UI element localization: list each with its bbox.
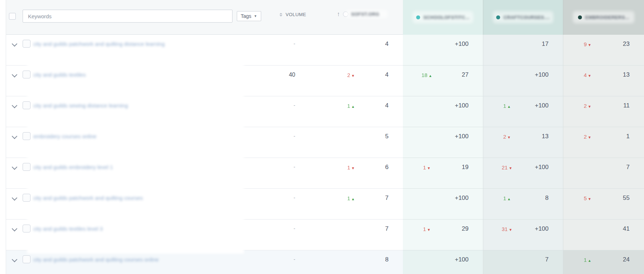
expand-row-button[interactable] — [9, 66, 20, 96]
keyword-row: embroidery courses online - 5 +100 2▼ 13… — [6, 127, 644, 158]
keyword-cell: city and guilds textiles 40 2▼ 4 — [6, 66, 403, 96]
change-value: 1 — [423, 164, 426, 170]
row-checkbox[interactable] — [23, 255, 30, 263]
competitor-position: +100 — [451, 35, 483, 65]
change-value: 1 — [347, 164, 350, 170]
competitor-position: 41 — [612, 220, 644, 250]
expand-row-button[interactable] — [9, 127, 20, 158]
expand-row-button[interactable] — [9, 250, 20, 274]
select-all-checkbox[interactable] — [9, 13, 16, 20]
change-triangle-icon: ▼ — [509, 166, 512, 170]
chevron-down-icon — [11, 195, 17, 201]
competitor-column-header-3[interactable]: EMBROIDERERS... — [563, 0, 644, 35]
row-checkbox-wrap — [20, 220, 33, 250]
expand-row-button[interactable] — [9, 158, 20, 188]
change-value: 4 — [584, 72, 587, 78]
expand-row-button[interactable] — [9, 96, 20, 127]
row-checkbox[interactable] — [23, 71, 30, 78]
competitor-cell-2: 2▼ 13 — [483, 127, 563, 158]
main-change — [295, 35, 360, 65]
main-change: 1▲ — [295, 189, 360, 219]
competitor-cell-1: +100 — [403, 35, 483, 66]
competitor-change: 18▲ — [403, 66, 451, 96]
keyword-link[interactable]: city and guilds textiles — [33, 66, 245, 96]
competitor-change: 31▼ — [483, 220, 531, 250]
competitor-position: +100 — [451, 250, 483, 274]
volume-value: 40 — [245, 66, 295, 96]
keyword-table-body: city and guilds patchwork and quilting d… — [6, 35, 644, 274]
row-checkbox[interactable] — [23, 163, 30, 171]
volume-value: - — [245, 158, 295, 188]
keyword-link[interactable]: embroidery courses online — [33, 127, 245, 158]
change-triangle-icon: ▲ — [351, 197, 355, 201]
row-checkbox-wrap — [20, 250, 33, 274]
competitor-column-header-2[interactable]: CRAFTCOURSES.... — [483, 0, 563, 35]
chevron-down-icon — [11, 257, 17, 263]
row-checkbox[interactable] — [23, 225, 30, 232]
competitor-change: 2▼ — [563, 96, 612, 127]
expand-row-button[interactable] — [9, 35, 20, 65]
main-position: 7 — [360, 189, 403, 219]
keyword-link[interactable]: city and guilds sewing distance learning — [33, 96, 245, 127]
competitor-position: +100 — [451, 96, 483, 127]
tags-filter-label: Tags — [241, 13, 252, 19]
main-domain-column-header[interactable]: ↑ SOFST.ORG — [337, 11, 379, 17]
main-change — [295, 220, 360, 250]
keyword-row: city and guilds patchwork and quilting d… — [6, 35, 644, 66]
tags-filter-button[interactable]: Tags ▼ — [237, 11, 261, 21]
row-checkbox[interactable] — [23, 132, 30, 140]
keyword-cell: city and guilds patchwork and quilting c… — [6, 189, 403, 220]
row-checkbox[interactable] — [23, 194, 30, 202]
change-triangle-icon: ▲ — [507, 197, 511, 201]
competitor-change — [403, 250, 451, 274]
competitor-position: 29 — [451, 220, 483, 250]
keyword-cell: city and guilds patchwork and quilting d… — [6, 35, 403, 66]
keyword-link[interactable]: city and guilds patchwork and quilting c… — [33, 189, 245, 219]
competitor-position: +100 — [451, 127, 483, 158]
keyword-cell: city and guilds sewing distance learning… — [6, 96, 403, 127]
keyword-link[interactable]: city and guilds textiles level 3 — [33, 220, 245, 250]
competitor-position: 17 — [531, 35, 563, 65]
sort-ascending-arrow-icon[interactable]: ↑ — [337, 11, 340, 17]
expand-row-button[interactable] — [9, 220, 20, 250]
change-triangle-icon: ▼ — [588, 105, 591, 109]
keyword-row: city and guilds sewing distance learning… — [6, 96, 644, 127]
volume-value: - — [245, 250, 295, 274]
keywords-search-input[interactable] — [23, 10, 232, 23]
competitor-position: +100 — [531, 96, 563, 127]
chevron-down-icon — [11, 103, 17, 109]
volume-column-header[interactable]: VOLUME — [279, 12, 306, 17]
main-change — [295, 127, 360, 158]
keyword-cell: embroidery courses online - 5 — [6, 127, 403, 158]
main-domain-label: SOFST.ORG — [351, 11, 380, 17]
competitor-cell-3: 7 — [563, 158, 644, 189]
competitor-change: 2▼ — [483, 127, 531, 158]
change-triangle-icon: ▼ — [507, 135, 511, 139]
change-triangle-icon: ▼ — [588, 197, 591, 201]
competitor-cell-3: 2▼ 1 — [563, 127, 644, 158]
competitor-change: 21▼ — [483, 158, 531, 188]
expand-row-button[interactable] — [9, 189, 20, 219]
main-position: 4 — [360, 96, 403, 127]
change-triangle-icon: ▼ — [427, 166, 431, 170]
competitor-column-header-1[interactable]: SCHOOLOFSTITC... — [403, 0, 483, 35]
keyword-link[interactable]: city and guilds patchwork and quilting c… — [33, 250, 245, 274]
competitor-change: 4▼ — [563, 66, 612, 96]
competitor-dot-icon — [578, 15, 582, 19]
competitor-cell-2: 1▲ +100 — [483, 96, 563, 127]
competitor-position: 8 — [531, 189, 563, 219]
change-value: 18 — [422, 72, 428, 78]
keyword-link[interactable]: city and guilds embroidery level 1 — [33, 158, 245, 188]
row-checkbox-wrap — [20, 189, 33, 219]
row-checkbox[interactable] — [23, 40, 30, 48]
keyword-link[interactable]: city and guilds patchwork and quilting d… — [33, 35, 245, 65]
main-position: 8 — [360, 250, 403, 274]
competitor-change — [483, 250, 531, 274]
competitor-change: 1▼ — [403, 158, 451, 188]
keyword-row: city and guilds patchwork and quilting c… — [6, 189, 644, 220]
row-checkbox[interactable] — [23, 101, 30, 109]
sort-updown-icon[interactable] — [279, 13, 282, 16]
competitor-position: 7 — [612, 158, 644, 188]
change-triangle-icon: ▼ — [588, 74, 591, 78]
competitor-cell-3: 9▼ 23 — [563, 35, 644, 66]
